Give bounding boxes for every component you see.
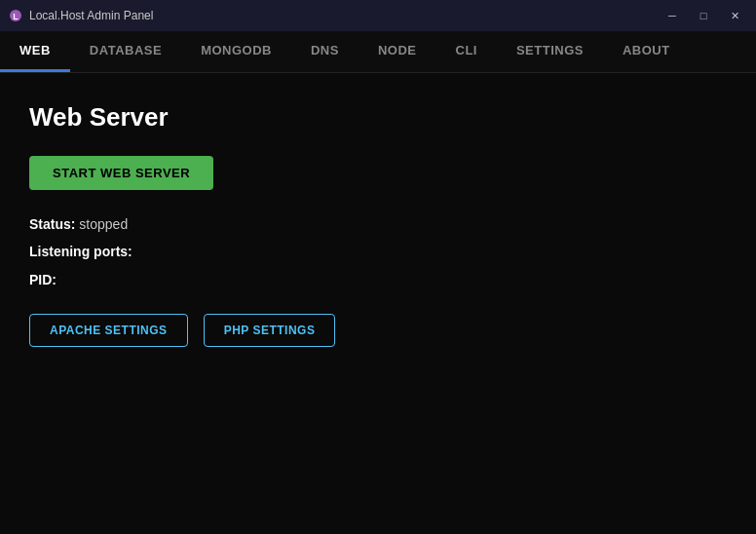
app-icon: L: [8, 8, 23, 23]
svg-text:L: L: [13, 12, 19, 21]
title-bar: L Local.Host Admin Panel ─ □ ✕: [0, 0, 756, 31]
tab-database[interactable]: DATABASE: [70, 31, 181, 72]
status-value: stopped: [79, 216, 128, 232]
pid-line: PID:: [29, 269, 727, 290]
tab-about[interactable]: ABOUT: [603, 31, 690, 72]
tab-node[interactable]: NODE: [359, 31, 436, 72]
listening-ports-line: Listening ports:: [29, 241, 727, 262]
tab-dns[interactable]: DNS: [291, 31, 359, 72]
window-title: Local.Host Admin Panel: [29, 9, 659, 22]
status-label: Status:: [29, 216, 75, 232]
tab-mongodb[interactable]: MONGODB: [181, 31, 291, 72]
main-content: Web Server START WEB SERVER Status: stop…: [0, 73, 756, 376]
settings-buttons: APACHE SETTINGS PHP SETTINGS: [29, 314, 727, 347]
start-web-server-button[interactable]: START WEB SERVER: [29, 156, 213, 190]
tab-cli[interactable]: CLI: [436, 31, 497, 72]
pid-label: PID:: [29, 272, 57, 287]
tab-settings[interactable]: SETTINGS: [497, 31, 603, 72]
status-line: Status: stopped: [29, 213, 727, 235]
status-section: Status: stopped Listening ports: PID:: [29, 213, 727, 290]
page-title: Web Server: [29, 102, 727, 133]
maximize-button[interactable]: □: [690, 6, 717, 25]
php-settings-button[interactable]: PHP SETTINGS: [204, 314, 336, 347]
listening-ports-label: Listening ports:: [29, 244, 132, 259]
minimize-button[interactable]: ─: [659, 6, 686, 25]
nav-tabs: WEB DATABASE MONGODB DNS NODE CLI SETTIN…: [0, 31, 756, 73]
apache-settings-button[interactable]: APACHE SETTINGS: [29, 314, 188, 347]
tab-web[interactable]: WEB: [0, 31, 70, 72]
window-controls: ─ □ ✕: [659, 6, 748, 25]
close-button[interactable]: ✕: [721, 6, 748, 25]
